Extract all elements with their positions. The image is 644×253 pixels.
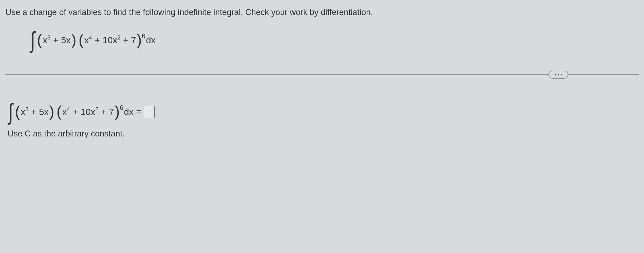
close-paren-3: ) — [49, 102, 54, 120]
answer-input[interactable] — [144, 106, 155, 118]
more-button[interactable] — [548, 71, 568, 79]
close-paren-1: ) — [71, 31, 76, 49]
outer-exponent-2: 6 — [120, 104, 123, 111]
term-x4-b: x4 + 10x2 + 7 — [62, 107, 114, 117]
differential-2: dx — [124, 107, 134, 117]
close-paren-2: ) — [137, 31, 142, 49]
dot-icon — [558, 74, 559, 75]
open-paren-1: ( — [37, 31, 42, 49]
equals-sign: = — [136, 107, 142, 117]
divider-right — [568, 74, 639, 75]
divider-left — [5, 74, 548, 75]
instruction-text: Use a change of variables to find the fo… — [5, 8, 639, 17]
open-paren-2: ( — [78, 31, 84, 49]
dot-icon — [561, 74, 562, 75]
term-x4: x4 + 10x2 + 7 — [84, 35, 136, 45]
dot-icon — [555, 74, 556, 75]
integral-expression: ∫ ( x3 + 5x ) ( x4 + 10x2 + 7 ) 6 dx — [30, 27, 639, 53]
constant-note: Use C as the arbitrary constant. — [8, 129, 639, 139]
term-x3-b: x3 + 5x — [21, 107, 49, 117]
close-paren-4: ) — [115, 102, 120, 120]
answer-expression: ∫ ( x3 + 5x ) ( x4 + 10x2 + 7 ) 6 dx = — [8, 99, 639, 125]
outer-exponent: 6 — [142, 32, 145, 40]
term-x3: x3 + 5x — [43, 35, 71, 45]
open-paren-4: ( — [56, 102, 62, 120]
integral-symbol: ∫ — [31, 27, 35, 53]
divider-row — [5, 71, 639, 79]
open-paren-3: ( — [15, 102, 20, 120]
integral-symbol-2: ∫ — [9, 99, 13, 125]
differential: dx — [146, 35, 156, 45]
